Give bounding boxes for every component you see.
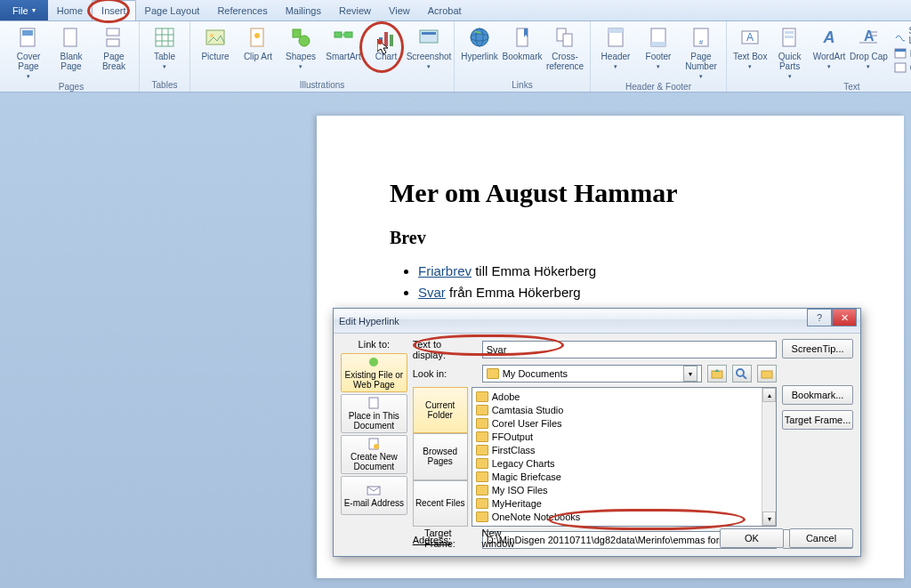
linkto-create-new[interactable]: Create New Document (341, 435, 407, 474)
btn-footer[interactable]: Footer (637, 23, 680, 70)
date-icon (894, 47, 907, 60)
text-to-display-label: Text to display: (413, 339, 477, 360)
label: Table (154, 52, 175, 61)
btn-crossref[interactable]: Cross-reference (544, 23, 586, 71)
btn-object[interactable]: Object▾ (891, 60, 911, 75)
btn-textbox[interactable]: AText Box (730, 23, 770, 70)
svg-rect-59 (712, 371, 722, 378)
tab-review[interactable]: Review (330, 0, 380, 20)
tab-page-layout[interactable]: Page Layout (136, 0, 209, 20)
up-folder-icon (711, 368, 723, 379)
screentip-button[interactable]: ScreenTip... (782, 339, 853, 358)
dialog-title: Edit Hyperlink (339, 316, 399, 326)
tab-acrobat[interactable]: Acrobat (419, 0, 471, 20)
object-icon (894, 61, 907, 74)
svg-rect-3 (22, 30, 33, 36)
list-item[interactable]: FirstClass (476, 443, 772, 456)
svg-point-17 (299, 36, 310, 46)
tab-references[interactable]: References (208, 0, 276, 20)
btn-table[interactable]: Table (143, 23, 186, 70)
tab-insert[interactable]: Insert (92, 0, 136, 20)
btn-page-break[interactable]: Page Break (93, 23, 135, 71)
group-header-footer: Header Footer #Page Number Header & Foot… (591, 21, 727, 92)
list-item[interactable]: Legacy Charts (476, 456, 772, 470)
group-label: Tables (152, 78, 178, 92)
help-button[interactable]: ? (807, 309, 832, 326)
scrollbar[interactable]: ▴▾ (762, 388, 776, 526)
btn-smartart[interactable]: SmartArt (322, 23, 365, 61)
file-name: My ISO Files (492, 485, 548, 495)
list-item[interactable]: Adobe (476, 390, 772, 403)
list-item[interactable]: Magic Briefcase (476, 470, 772, 483)
list-item[interactable]: FFOutput (476, 430, 772, 443)
scroll-up-icon[interactable]: ▴ (762, 388, 776, 402)
folder-icon (487, 368, 499, 379)
bookmark-button[interactable]: Bookmark... (782, 385, 853, 405)
lookin-combo[interactable]: My Documents▾ (482, 365, 702, 383)
browse-file-button[interactable] (757, 365, 777, 383)
list-item[interactable]: Camtasia Studio (476, 403, 772, 416)
text-to-display-input[interactable] (482, 341, 777, 358)
tab-view[interactable]: View (380, 0, 419, 20)
btn-chart[interactable]: Chart (365, 23, 407, 61)
svg-point-26 (471, 28, 488, 46)
search-icon (736, 368, 748, 379)
linkto-email[interactable]: E-mail Address (341, 476, 407, 515)
list-item[interactable]: MyHeritage (476, 496, 772, 510)
btn-cover-page[interactable]: Cover Page (7, 23, 50, 80)
btn-quickparts[interactable]: Quick Parts (770, 23, 809, 80)
up-folder-button[interactable] (707, 365, 727, 383)
linkto-place-in-doc[interactable]: Place in This Document (341, 394, 407, 433)
cancel-button[interactable]: Cancel (789, 528, 853, 548)
side-recent-files[interactable]: Recent Files (413, 480, 468, 527)
label: Shapes (286, 52, 316, 61)
svg-rect-32 (563, 34, 572, 46)
side-current-folder[interactable]: Current Folder (413, 387, 468, 433)
svg-rect-4 (64, 28, 77, 46)
tab-file[interactable]: File (0, 0, 48, 20)
btn-bookmark[interactable]: Bookmark (501, 23, 544, 61)
svg-rect-21 (379, 37, 383, 46)
group-links: Hyperlink Bookmark Cross-reference Links (455, 21, 591, 92)
side-browsed-pages[interactable]: Browsed Pages (413, 433, 468, 479)
btn-picture[interactable]: Picture (194, 23, 237, 61)
group-text: AText Box Quick Parts AWordArt ADrop Cap… (727, 21, 911, 92)
btn-shapes[interactable]: Shapes (279, 23, 322, 70)
list-item[interactable]: Corel User Files (476, 416, 772, 430)
scroll-down-icon[interactable]: ▾ (762, 511, 776, 526)
btn-wordart[interactable]: AWordArt (810, 23, 849, 70)
btn-clipart[interactable]: Clip Art (237, 23, 279, 61)
btn-signature-line[interactable]: Signature Line▾ (891, 25, 911, 46)
chevron-down-icon[interactable]: ▾ (683, 366, 697, 382)
target-frame-button[interactable]: Target Frame... (782, 410, 853, 430)
btn-blank-page[interactable]: Blank Page (50, 23, 93, 71)
ok-button[interactable]: OK (720, 528, 784, 548)
group-label: Text (843, 80, 859, 93)
svg-rect-6 (107, 39, 119, 46)
btn-dropcap[interactable]: ADrop Cap (849, 23, 888, 70)
btn-hyperlink[interactable]: Hyperlink (458, 23, 501, 61)
linkto-existing-file[interactable]: Existing File or Web Page (341, 353, 407, 392)
label: Cross-reference (544, 52, 586, 71)
file-listbox[interactable]: Adobe Camtasia Studio Corel User Files F… (472, 387, 777, 527)
tab-mailings[interactable]: Mailings (277, 0, 330, 20)
tab-home[interactable]: Home (48, 0, 92, 20)
file-name: MyHeritage (492, 498, 542, 509)
doc-link[interactable]: Svar (418, 285, 446, 300)
svg-rect-18 (335, 32, 342, 37)
doc-link[interactable]: Friarbrev (418, 263, 472, 278)
dialog-titlebar[interactable]: Edit Hyperlink ? ✕ (334, 309, 860, 334)
list-item[interactable]: My ISO Files (476, 483, 772, 496)
file-name: Corel User Files (492, 418, 562, 429)
combo-text: My Documents (503, 368, 680, 379)
btn-header[interactable]: Header (594, 23, 637, 70)
list-item[interactable]: OneNote Notebooks (476, 510, 772, 523)
svg-rect-43 (785, 36, 794, 38)
close-button[interactable]: ✕ (832, 309, 857, 326)
browse-web-button[interactable] (732, 365, 752, 383)
new-page-icon (367, 438, 381, 450)
btn-screenshot[interactable]: Screenshot (407, 23, 450, 70)
btn-date-time[interactable]: Date & Time (891, 46, 911, 60)
svg-rect-23 (390, 35, 393, 46)
btn-page-number[interactable]: #Page Number (680, 23, 722, 80)
